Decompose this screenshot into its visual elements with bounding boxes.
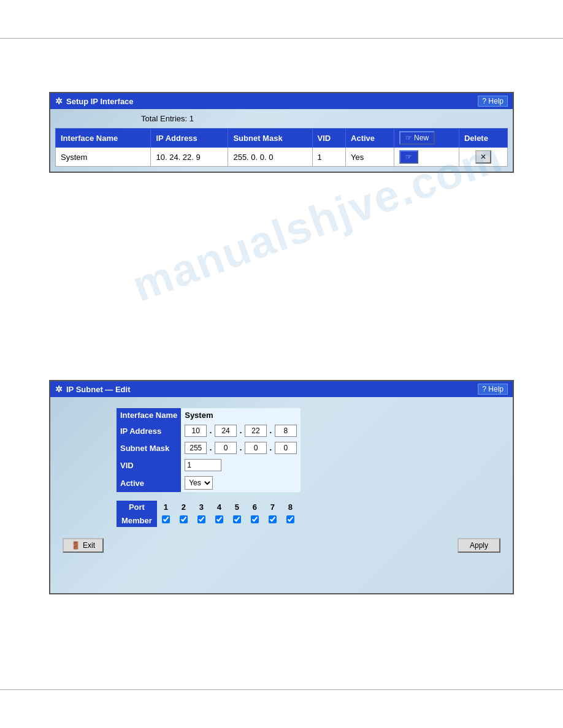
total-entries-label: Total Entries: 1 <box>55 114 508 123</box>
subnet-sep-2: . <box>240 443 242 452</box>
port-4: 4 <box>210 501 228 514</box>
interface-name-value: System <box>185 411 213 420</box>
checkbox-port-4[interactable] <box>215 515 223 523</box>
ip-octet-1[interactable] <box>185 425 207 437</box>
row-delete-icon: ✕ <box>480 153 486 161</box>
ip-sep-2: . <box>240 426 242 435</box>
active-label: Active <box>117 474 181 492</box>
panel2-title: IP Subnet — Edit <box>66 385 131 394</box>
col-subnet-mask: Subnet Mask <box>228 129 312 148</box>
checkbox-port-3[interactable] <box>197 515 205 523</box>
new-button-label: New <box>414 134 429 142</box>
subnet-mask-label: Subnet Mask <box>117 439 181 457</box>
panel1-help-button[interactable]: ? Help <box>478 96 508 107</box>
row-delete-button[interactable]: ✕ <box>475 150 491 164</box>
vid-label: VID <box>117 457 181 474</box>
col-ip-address: IP Address <box>151 129 228 148</box>
col-vid: VID <box>312 129 346 148</box>
apply-button[interactable]: Apply <box>458 538 500 553</box>
col-new: ☞ New <box>394 129 459 148</box>
exit-icon: 🚪 <box>71 541 80 550</box>
col-interface-name: Interface Name <box>56 129 151 148</box>
port-6: 6 <box>246 501 264 514</box>
exit-button[interactable]: 🚪 Exit <box>63 538 104 553</box>
port-1: 1 <box>157 501 175 514</box>
port-2: 2 <box>175 501 193 514</box>
ip-octet-3[interactable] <box>245 425 267 437</box>
checkbox-port-7[interactable] <box>269 515 277 523</box>
port-7: 7 <box>264 501 282 514</box>
member-check-3 <box>193 514 210 527</box>
panel2-bottom-bar: 🚪 Exit Apply <box>55 533 508 558</box>
ip-address-label: IP Address <box>117 422 181 439</box>
member-check-8 <box>282 514 299 527</box>
col-delete: Delete <box>459 129 507 148</box>
port-row: Port 1 2 3 4 5 6 7 8 <box>117 501 299 514</box>
subnet-mask-row: Subnet Mask . . . <box>117 439 301 457</box>
port-5: 5 <box>228 501 246 514</box>
cell-vid: 1 <box>312 148 346 167</box>
ip-subnet-edit-panel: ✲ IP Subnet — Edit ? Help Interface Name… <box>49 380 514 594</box>
subnet-octet-2[interactable] <box>215 442 237 454</box>
port-3: 3 <box>193 501 210 514</box>
setup-ip-interface-panel: ✲ Setup IP Interface ? Help Total Entrie… <box>49 92 514 173</box>
apply-label: Apply <box>470 541 488 550</box>
row-new-icon: ☞ <box>405 153 412 161</box>
table-row: System 10. 24. 22. 9 255. 0. 0. 0 1 Yes … <box>56 148 508 167</box>
checkbox-port-6[interactable] <box>251 515 259 523</box>
panel2-help-button[interactable]: ? Help <box>478 384 508 395</box>
member-check-2 <box>175 514 193 527</box>
ip-octet-2[interactable] <box>215 425 237 437</box>
subnet-sep-1: . <box>210 443 212 452</box>
row-new-button[interactable]: ☞ <box>399 150 418 164</box>
ip-sep-3: . <box>270 426 272 435</box>
cell-new-action: ☞ <box>394 148 459 167</box>
panel1-title: Setup IP Interface <box>66 97 134 106</box>
cell-subnet-mask: 255. 0. 0. 0 <box>228 148 312 167</box>
member-check-7 <box>264 514 282 527</box>
cell-interface-name: System <box>56 148 151 167</box>
cell-delete-action: ✕ <box>459 148 507 167</box>
top-rule <box>0 38 563 39</box>
new-button[interactable]: ☞ New <box>399 131 435 145</box>
member-check-6 <box>246 514 264 527</box>
interface-name-label: Interface Name <box>117 408 181 422</box>
port-member-table: Port 1 2 3 4 5 6 7 8 Member <box>117 501 299 527</box>
checkbox-port-8[interactable] <box>286 515 294 523</box>
cell-active: Yes <box>346 148 394 167</box>
checkbox-port-1[interactable] <box>162 515 170 523</box>
checkbox-port-5[interactable] <box>233 515 241 523</box>
bottom-rule <box>0 689 563 690</box>
member-check-5 <box>228 514 246 527</box>
port-row-label: Port <box>117 501 157 514</box>
checkbox-port-2[interactable] <box>180 515 188 523</box>
panel2-title-bar: ✲ IP Subnet — Edit ? Help <box>50 381 513 397</box>
active-select[interactable]: Yes No <box>185 476 213 490</box>
panel2-icon: ✲ <box>55 384 63 394</box>
new-button-icon: ☞ <box>405 134 412 142</box>
cell-ip-address: 10. 24. 22. 9 <box>151 148 228 167</box>
member-check-1 <box>157 514 175 527</box>
subnet-sep-3: . <box>270 443 272 452</box>
ip-interface-table: Interface Name IP Address Subnet Mask VI… <box>55 128 508 167</box>
ip-octet-4[interactable] <box>275 425 297 437</box>
ip-address-row: IP Address . . . <box>117 422 301 439</box>
port-8: 8 <box>282 501 299 514</box>
vid-input[interactable] <box>185 459 221 471</box>
member-row: Member <box>117 514 299 527</box>
panel1-title-bar: ✲ Setup IP Interface ? Help <box>50 93 513 109</box>
subnet-octet-1[interactable] <box>185 442 207 454</box>
member-row-label: Member <box>117 514 157 527</box>
interface-name-row: Interface Name System <box>117 408 301 422</box>
subnet-octet-4[interactable] <box>275 442 297 454</box>
panel1-icon: ✲ <box>55 96 63 106</box>
active-row: Active Yes No <box>117 474 301 492</box>
vid-row: VID <box>117 457 301 474</box>
col-active: Active <box>346 129 394 148</box>
edit-form-table: Interface Name System IP Address . . <box>117 408 301 492</box>
subnet-octet-3[interactable] <box>245 442 267 454</box>
member-check-4 <box>210 514 228 527</box>
ip-sep-1: . <box>210 426 212 435</box>
exit-label: Exit <box>83 541 95 550</box>
